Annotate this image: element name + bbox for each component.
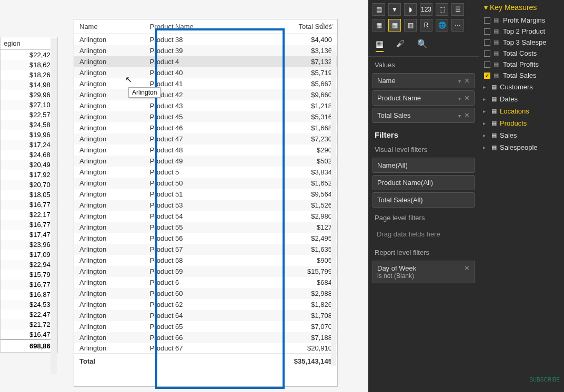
viz-slicer-icon[interactable]: ☰ xyxy=(451,3,464,16)
visual-filter-chip[interactable]: Name(All) xyxy=(372,158,475,173)
region-row[interactable]: $16,772 xyxy=(1,220,57,230)
field-table[interactable]: ▸▦Dates xyxy=(479,93,564,105)
region-row[interactable]: $17,248 xyxy=(1,140,57,150)
table-row[interactable]: ArlingtonProduct 55$127 xyxy=(74,222,337,233)
table-row[interactable]: ArlingtonProduct 59$15,799 xyxy=(74,266,337,277)
visual-filter-chip[interactable]: Total Sales(All) xyxy=(372,192,475,208)
field-measure[interactable]: ▦Top 3 Salespe xyxy=(479,37,564,48)
value-well[interactable]: Product Name▾✕ xyxy=(372,90,475,106)
region-row[interactable]: $17,091 xyxy=(1,250,57,260)
region-row[interactable]: $20,700 xyxy=(1,180,57,190)
table-row[interactable]: ArlingtonProduct 66$7,188 xyxy=(74,332,337,343)
more-options-icon[interactable]: ⋯ xyxy=(327,20,334,29)
region-row[interactable]: $18,264 xyxy=(1,70,57,80)
checkbox[interactable] xyxy=(484,50,490,57)
region-row[interactable]: $23,960 xyxy=(1,240,57,250)
chevron-right-icon[interactable]: ▸ xyxy=(483,96,488,102)
region-row[interactable]: $29,964 xyxy=(1,90,57,100)
region-row[interactable]: $24,531 xyxy=(1,300,57,310)
field-measure[interactable]: ▦Profit Margins xyxy=(479,15,564,26)
region-scrollbar[interactable] xyxy=(51,38,57,374)
field-table[interactable]: ▸▦Customers xyxy=(479,81,564,93)
table-row[interactable]: ArlingtonProduct 48$290 xyxy=(74,145,337,156)
region-row[interactable]: $14,987 xyxy=(1,80,57,90)
checkbox[interactable] xyxy=(484,17,490,24)
table-row[interactable]: ArlingtonProduct 45$5,316 xyxy=(74,111,337,122)
region-row[interactable]: $16,471 xyxy=(1,329,57,339)
value-well[interactable]: Name▾✕ xyxy=(372,73,475,88)
remove-icon[interactable]: ✕ xyxy=(464,94,470,102)
region-row[interactable]: $20,496 xyxy=(1,160,57,170)
region-row[interactable]: $16,772 xyxy=(1,200,57,210)
region-row[interactable]: $24,687 xyxy=(1,150,57,160)
region-row[interactable]: $15,799 xyxy=(1,270,57,280)
table-row[interactable]: ArlingtonProduct 60$2,988 xyxy=(74,288,337,299)
table-row[interactable]: ArlingtonProduct 4$7,132 xyxy=(74,56,337,67)
table-row[interactable]: ArlingtonProduct 46$1,668 xyxy=(74,122,337,133)
col-product[interactable]: Product Name xyxy=(145,19,246,34)
viz-map-icon[interactable]: 🌐 xyxy=(436,19,448,32)
table-row[interactable]: ArlingtonProduct 57$1,635 xyxy=(74,244,337,255)
region-row[interactable]: $16,870 xyxy=(1,290,57,300)
table-row[interactable]: ArlingtonProduct 51$9,564 xyxy=(74,189,337,200)
region-row[interactable]: $22,940 xyxy=(1,260,57,270)
viz-r-icon[interactable]: R xyxy=(420,19,432,32)
checkbox[interactable] xyxy=(484,28,490,35)
table-row[interactable]: ArlingtonProduct 58$905 xyxy=(74,255,337,266)
value-well[interactable]: Total Sales▾✕ xyxy=(372,108,475,123)
viz-treemap-icon[interactable]: ▦ xyxy=(372,19,385,32)
table-row[interactable]: ArlingtonProduct 49$502 xyxy=(74,156,337,167)
table-row[interactable]: ArlingtonProduct 42$9,660 xyxy=(74,89,337,100)
table-row[interactable]: ArlingtonProduct 67$20,910 xyxy=(74,343,337,354)
region-row[interactable]: $22,176 xyxy=(1,210,57,220)
chevron-right-icon[interactable]: ▸ xyxy=(483,84,488,90)
remove-filter-icon[interactable]: ✕ xyxy=(464,264,470,272)
viz-funnel-icon[interactable]: ▼ xyxy=(388,3,401,16)
region-row[interactable]: $21,726 xyxy=(1,319,57,329)
viz-gauge-icon[interactable]: ◗ xyxy=(404,3,417,16)
viz-kpi-icon[interactable]: ⬚ xyxy=(436,3,448,16)
region-row[interactable]: $19,960 xyxy=(1,130,57,140)
table-row[interactable]: ArlingtonProduct 64$1,708 xyxy=(74,310,337,321)
table-row[interactable]: ArlingtonProduct 38$4,400 xyxy=(74,34,337,45)
viz-more-icon[interactable]: ⋯ xyxy=(451,19,464,32)
region-row[interactable]: $16,772 xyxy=(1,280,57,290)
table-scrollbar[interactable] xyxy=(331,51,336,366)
visual-actions[interactable]: ⤢ ⋯ xyxy=(318,20,334,29)
field-table[interactable]: ▸▦Products xyxy=(479,117,564,129)
region-table[interactable]: egion $22,425$18,620$18,264$14,987$29,96… xyxy=(0,37,58,353)
region-row[interactable]: $24,585 xyxy=(1,120,57,130)
table-row[interactable]: ArlingtonProduct 39$3,136 xyxy=(74,45,337,56)
remove-icon[interactable]: ✕ xyxy=(464,111,470,119)
field-measure[interactable]: ▦Total Sales xyxy=(479,70,564,81)
viz-card-icon[interactable]: 123 xyxy=(420,3,432,16)
visual-filter-chip[interactable]: Product Name(All) xyxy=(372,175,475,190)
region-row[interactable]: $22,473 xyxy=(1,310,57,319)
remove-icon[interactable]: ✕ xyxy=(464,77,470,85)
checkbox[interactable] xyxy=(484,39,490,46)
field-table[interactable]: ▸▦Locations xyxy=(479,105,564,117)
region-row[interactable]: $17,928 xyxy=(1,170,57,180)
region-row[interactable]: $27,104 xyxy=(1,100,57,110)
table-row[interactable]: ArlingtonProduct 6$684 xyxy=(74,277,337,288)
table-row[interactable]: ArlingtonProduct 41$5,667 xyxy=(74,78,337,89)
region-row[interactable]: $18,620 xyxy=(1,60,57,70)
checkbox[interactable] xyxy=(484,61,490,68)
chevron-down-icon[interactable]: ▾ xyxy=(458,113,461,119)
chevron-right-icon[interactable]: ▸ xyxy=(483,120,488,126)
field-table[interactable]: ▸▦Salespeople xyxy=(479,141,564,153)
region-row[interactable]: $18,056 xyxy=(1,190,57,200)
field-measure[interactable]: ▦Top 2 Product xyxy=(479,26,564,37)
chevron-right-icon[interactable]: ▸ xyxy=(483,108,488,114)
page-filters-drop[interactable]: Drag data fields here xyxy=(372,226,475,242)
region-row[interactable]: $17,479 xyxy=(1,230,57,240)
table-row[interactable]: ArlingtonProduct 54$2,980 xyxy=(74,211,337,222)
table-row[interactable]: ArlingtonProduct 5$3,834 xyxy=(74,167,337,178)
table-row[interactable]: ArlingtonProduct 53$1,526 xyxy=(74,200,337,211)
field-measure[interactable]: ▦Total Profits xyxy=(479,59,564,70)
chevron-right-icon[interactable]: ▸ xyxy=(483,132,488,138)
format-tab-icon[interactable]: 🖌 xyxy=(396,39,405,52)
col-name[interactable]: Name xyxy=(74,19,145,34)
key-measures-group[interactable]: ▾ Key Measures xyxy=(479,0,564,15)
field-table[interactable]: ▸▦Sales xyxy=(479,129,564,141)
